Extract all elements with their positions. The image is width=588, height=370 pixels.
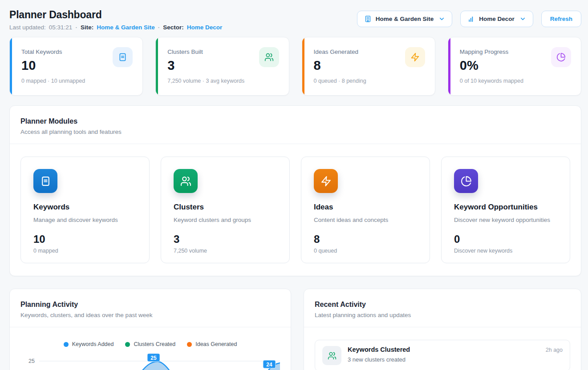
module-description: Manage and discover keywords <box>33 217 137 223</box>
recent-activity-header: Recent Activity Latest planning actions … <box>304 289 581 327</box>
module-description: Keyword clusters and groups <box>174 217 277 223</box>
site-label: Site: <box>81 24 93 31</box>
module-title: Ideas <box>314 203 417 212</box>
legend-item-clusters-created: Clusters Created <box>125 341 175 347</box>
site-link[interactable]: Home & Garden Site <box>97 24 155 31</box>
module-footnote: 7,250 volume <box>174 248 277 254</box>
point-label-25: 25 <box>147 354 160 362</box>
zap-icon <box>314 169 338 193</box>
site-selector[interactable]: Home & Garden Site <box>357 11 453 27</box>
legend-label: Clusters Created <box>134 341 175 347</box>
planning-activity-title: Planning Activity <box>20 301 280 309</box>
y-axis-tick: 25 <box>28 358 35 364</box>
users-icon <box>322 346 341 365</box>
legend-dot-icon <box>187 342 192 347</box>
topbar-left: Planner Dashboard Last updated: 05:31:21… <box>9 9 222 31</box>
modules-title: Planner Modules <box>20 117 570 125</box>
module-footnote: 0 queued <box>314 248 417 254</box>
legend-item-ideas-generated: Ideas Generated <box>187 341 237 347</box>
site-selector-value: Home & Garden Site <box>376 16 434 22</box>
legend-dot-icon <box>125 342 130 347</box>
recent-activity-list: Keywords Clustered 2h ago 3 new clusters… <box>304 327 581 370</box>
module-description: Discover new keyword opportunities <box>454 217 557 223</box>
chevron-down-icon <box>519 16 526 22</box>
building-icon <box>364 15 372 23</box>
stat-footnote: 0 queued · 8 pending <box>314 78 424 84</box>
activity-item-main: Keywords Clustered 2h ago 3 new clusters… <box>348 346 563 365</box>
module-value: 3 <box>174 233 277 245</box>
last-updated-label: Last updated: <box>9 24 46 31</box>
svg-text:24: 24 <box>266 362 272 368</box>
planning-activity-header: Planning Activity Keywords, clusters, an… <box>10 289 291 327</box>
page-title: Planner Dashboard <box>9 9 222 21</box>
sector-label: Sector: <box>163 24 184 31</box>
modules-panel-header: Planner Modules Access all planning tool… <box>10 106 581 144</box>
activity-chart: Keywords Added Clusters Created Ideas Ge… <box>10 327 291 370</box>
planning-activity-panel: Planning Activity Keywords, clusters, an… <box>9 289 291 370</box>
last-updated-value: 05:31:21 <box>49 24 73 31</box>
recent-activity-title: Recent Activity <box>315 301 570 309</box>
modules-subtitle: Access all planning tools and features <box>20 129 570 135</box>
legend-item-keywords-added: Keywords Added <box>64 341 114 347</box>
list-item: Keywords Clustered 2h ago 3 new clusters… <box>315 340 570 370</box>
pie-chart-icon <box>551 47 571 67</box>
topbar: Planner Dashboard Last updated: 05:31:21… <box>9 9 581 31</box>
recent-activity-subtitle: Latest planning actions and updates <box>315 312 570 318</box>
legend-label: Keywords Added <box>72 341 114 347</box>
meta-line: Last updated: 05:31:21 · Site: Home & Ga… <box>9 24 222 31</box>
stat-card-clusters-built: Clusters Built 3 7,250 volume · 3 avg ke… <box>155 37 289 96</box>
chart-legend: Keywords Added Clusters Created Ideas Ge… <box>20 341 280 347</box>
users-icon <box>174 169 198 193</box>
chevron-down-icon <box>438 16 445 22</box>
module-title: Keyword Opportunities <box>454 203 557 212</box>
module-footnote: 0 mapped <box>33 248 137 254</box>
module-card-ideas[interactable]: Ideas Content ideas and concepts 8 0 que… <box>301 157 430 263</box>
bottom-row: Planning Activity Keywords, clusters, an… <box>9 289 581 370</box>
activity-item-description: 3 new clusters created <box>348 356 563 363</box>
refresh-button[interactable]: Refresh <box>541 11 581 27</box>
users-icon <box>259 47 279 67</box>
activity-item-time: 2h ago <box>546 347 563 353</box>
module-footnote: Discover new keywords <box>454 248 557 254</box>
planner-dashboard-page: Planner Dashboard Last updated: 05:31:21… <box>0 0 588 370</box>
separator-dot: · <box>75 24 77 31</box>
topbar-actions: Home & Garden Site Home Decor Refresh <box>357 11 581 27</box>
modules-grid: Keywords Manage and discover keywords 10… <box>10 144 581 276</box>
area-chart: 25 25 24 <box>20 351 280 370</box>
legend-label: Ideas Generated <box>195 341 237 347</box>
module-value: 0 <box>454 233 557 245</box>
stat-footnote: 0 mapped · 10 unmapped <box>21 78 132 84</box>
stat-card-ideas-generated: Ideas Generated 8 0 queued · 8 pending <box>302 37 435 96</box>
stat-card-total-keywords: Total Keywords 10 0 mapped · 10 unmapped <box>9 37 143 96</box>
sector-selector-value: Home Decor <box>479 16 515 22</box>
module-title: Keywords <box>33 203 137 212</box>
sector-selector[interactable]: Home Decor <box>460 11 533 27</box>
zap-icon <box>405 47 425 67</box>
point-label-24: 24 <box>263 360 276 368</box>
planner-modules-panel: Planner Modules Access all planning tool… <box>9 105 581 276</box>
module-card-keywords[interactable]: Keywords Manage and discover keywords 10… <box>20 157 150 263</box>
recent-activity-panel: Recent Activity Latest planning actions … <box>304 289 581 370</box>
keywords-added-area <box>39 362 280 370</box>
module-value: 8 <box>314 233 417 245</box>
stat-footnote: 7,250 volume · 3 avg keywords <box>167 78 278 84</box>
separator-dot: · <box>158 24 160 31</box>
module-value: 10 <box>33 233 137 245</box>
stat-footnote: 0 of 10 keywords mapped <box>460 78 570 84</box>
svg-text:25: 25 <box>150 355 157 361</box>
sector-link[interactable]: Home Decor <box>187 24 223 31</box>
planning-activity-subtitle: Keywords, clusters, and ideas over the p… <box>20 312 280 318</box>
stat-card-mapping-progress: Mapping Progress 0% 0 of 10 keywords map… <box>448 37 581 96</box>
module-card-clusters[interactable]: Clusters Keyword clusters and groups 3 7… <box>161 157 290 263</box>
file-text-icon <box>33 169 57 193</box>
module-card-keyword-opportunities[interactable]: Keyword Opportunities Discover new keywo… <box>441 157 570 263</box>
activity-item-title: Keywords Clustered <box>348 346 410 353</box>
bar-chart-icon <box>467 15 475 23</box>
module-title: Clusters <box>174 203 277 212</box>
stats-row: Total Keywords 10 0 mapped · 10 unmapped… <box>9 37 581 96</box>
pie-chart-icon <box>454 169 478 193</box>
legend-dot-icon <box>64 342 69 347</box>
file-text-icon <box>113 47 133 67</box>
module-description: Content ideas and concepts <box>314 217 417 223</box>
